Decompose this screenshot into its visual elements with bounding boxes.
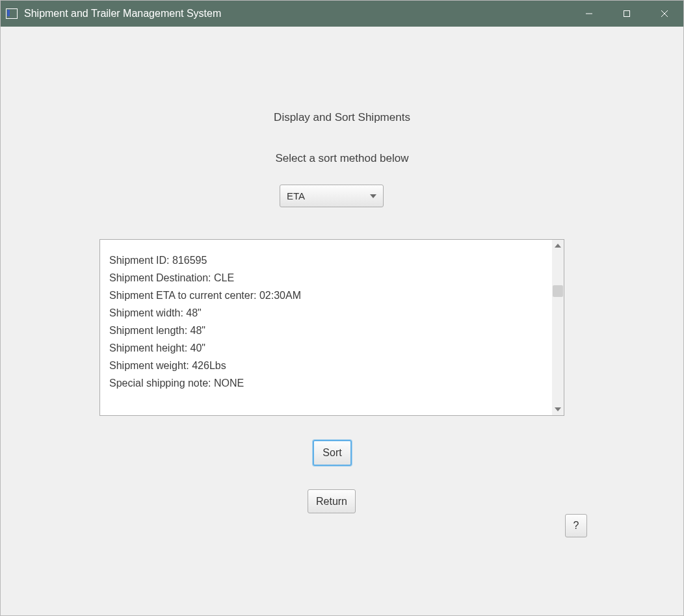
app-window: Shipment and Trailer Management System D… (0, 0, 684, 616)
maximize-button[interactable] (608, 1, 646, 27)
app-icon (6, 8, 18, 19)
shipment-line: Shipment height: 40" (109, 339, 560, 357)
page-heading: Display and Sort Shipments (1, 111, 683, 124)
page-subheading: Select a sort method below (1, 152, 683, 165)
shipment-line: Shipment weight: 426Lbs (109, 357, 560, 374)
window-title: Shipment and Trailer Management System (24, 8, 570, 19)
scroll-up-arrow-icon[interactable] (552, 240, 564, 251)
sort-button[interactable]: Sort (313, 440, 352, 466)
window-controls (570, 1, 683, 27)
svg-rect-1 (624, 11, 630, 17)
shipment-details-text: Shipment ID: 816595 Shipment Destination… (100, 240, 564, 415)
shipment-line: Shipment ETA to current center: 02:30AM (109, 287, 560, 304)
title-bar[interactable]: Shipment and Trailer Management System (1, 1, 683, 27)
help-button[interactable]: ? (565, 514, 587, 537)
scroll-down-arrow-icon[interactable] (552, 404, 564, 415)
shipment-line: Shipment width: 48" (109, 304, 560, 322)
shipment-line: Special shipping note: NONE (109, 374, 560, 392)
shipment-line: Shipment length: 48" (109, 322, 560, 339)
client-area: Display and Sort Shipments Select a sort… (1, 27, 683, 615)
chevron-down-icon (370, 194, 376, 198)
vertical-scrollbar[interactable] (552, 240, 564, 415)
minimize-button[interactable] (570, 1, 608, 27)
close-button[interactable] (646, 1, 683, 27)
shipment-line: Shipment Destination: CLE (109, 269, 560, 287)
shipment-details-textarea[interactable]: Shipment ID: 816595 Shipment Destination… (99, 239, 564, 416)
sort-button-label: Sort (322, 447, 341, 459)
return-button-label: Return (316, 496, 347, 507)
return-button[interactable]: Return (308, 489, 356, 513)
sort-method-value: ETA (287, 190, 305, 201)
scrollbar-thumb[interactable] (553, 285, 563, 297)
sort-method-combobox[interactable]: ETA (280, 185, 384, 207)
help-button-label: ? (573, 520, 579, 532)
shipment-line: Shipment ID: 816595 (109, 251, 560, 269)
